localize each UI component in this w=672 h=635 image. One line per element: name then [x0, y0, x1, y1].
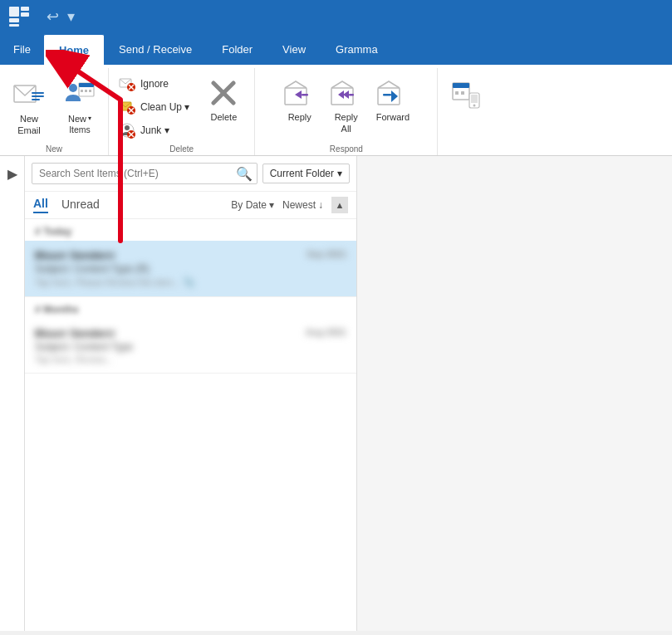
email-section-months: # Months — [25, 297, 356, 319]
new-email-button[interactable]: NewEmail — [7, 75, 52, 140]
delete-icon — [207, 76, 240, 110]
new-items-button[interactable]: New ▾ Items — [58, 75, 101, 139]
section-header-label: # Today — [35, 226, 71, 237]
folder-label: Current Folder — [270, 168, 334, 179]
scroll-up-button[interactable]: ▲ — [331, 197, 348, 213]
reply-all-label: Reply All — [335, 111, 358, 135]
menu-send-receive[interactable]: Send / Receive — [104, 33, 207, 65]
svg-point-14 — [69, 84, 77, 92]
nav-toggle-icon: ▶ — [7, 166, 17, 182]
svg-point-46 — [473, 105, 476, 107]
svg-rect-32 — [302, 94, 308, 96]
svg-rect-43 — [461, 91, 464, 95]
filter-tabs: All Unread By Date ▾ Newest ↓ ▲ — [25, 192, 356, 219]
quick-access-dropdown[interactable]: ▾ — [67, 7, 75, 26]
filter-unread-tab[interactable]: Unread — [61, 198, 100, 212]
title-bar: ↩ ▾ — [0, 0, 672, 33]
svg-rect-3 — [9, 18, 19, 22]
months-header-label: # Months — [35, 304, 79, 315]
menu-view[interactable]: View — [267, 33, 321, 65]
email-attachment-icon: 📎 — [183, 276, 195, 288]
forward-button[interactable]: Forward — [371, 75, 414, 126]
ribbon: NewEmail — [0, 65, 672, 156]
new-email-icon — [12, 78, 46, 111]
nav-toggle-button[interactable]: ▶ — [0, 156, 25, 631]
svg-rect-1 — [21, 7, 29, 11]
email-item[interactable]: Bluurr Senderrr Sep 2021 Subject: Conten… — [25, 241, 356, 297]
content-area: ▶ 🔍 Current Folder ▾ All Unread By Date … — [0, 156, 672, 631]
junk-button[interactable]: Junk ▾ — [115, 120, 193, 141]
email-section-today: # Today — [25, 219, 356, 241]
email-list: # Today Bluurr Senderrr Sep 2021 Subject… — [25, 219, 356, 631]
ribbon-group-delete: Ignore Clean Up ▾ — [109, 68, 255, 155]
search-bar: 🔍 Current Folder ▾ — [25, 156, 356, 192]
svg-rect-12 — [85, 90, 87, 92]
svg-rect-7 — [32, 95, 44, 97]
clean-up-icon — [119, 99, 135, 115]
filter-all-tab[interactable]: All — [33, 197, 48, 213]
junk-icon — [119, 122, 135, 139]
reply-icon — [283, 78, 316, 111]
svg-rect-6 — [32, 92, 44, 94]
quick-access-toolbar: ↩ ▾ — [47, 7, 75, 26]
delete-group-label: Delete — [169, 141, 194, 154]
reply-all-icon — [330, 78, 363, 111]
svg-rect-45 — [471, 95, 478, 103]
ribbon-group-new: NewEmail — [0, 68, 109, 155]
search-input-wrap: 🔍 — [32, 163, 258, 184]
menu-grammar[interactable]: Gramma — [321, 33, 393, 65]
new-group-label: New — [46, 141, 62, 154]
svg-rect-38 — [383, 94, 391, 96]
new-items-icon — [63, 78, 96, 111]
email-preview: Tap here, Please Review this item... 📎 — [35, 276, 346, 288]
forward-icon — [376, 78, 410, 111]
delete-small-buttons: Ignore Clean Up ▾ — [115, 73, 193, 141]
menu-file[interactable]: File — [0, 33, 44, 65]
svg-rect-8 — [32, 99, 40, 100]
email-sender-2: Bluurr Senderrr Aug 2021 — [35, 327, 346, 339]
svg-rect-10 — [79, 83, 94, 87]
email-subject-2: Subject: Content Type — [35, 341, 346, 353]
svg-point-24 — [125, 125, 130, 130]
app-icon — [7, 4, 32, 29]
folder-dropdown[interactable]: Current Folder ▾ — [262, 164, 350, 183]
svg-rect-42 — [455, 91, 459, 95]
ignore-button[interactable]: Ignore — [115, 73, 193, 95]
forward-label: Forward — [376, 111, 410, 123]
sort-by-date[interactable]: By Date ▾ — [231, 199, 274, 211]
reply-button[interactable]: Reply — [278, 75, 321, 126]
svg-rect-30 — [285, 88, 307, 105]
sort-newest[interactable]: Newest ↓ — [282, 199, 323, 211]
svg-rect-4 — [9, 24, 19, 27]
svg-rect-41 — [453, 83, 469, 88]
reply-label: Reply — [288, 111, 311, 123]
search-input[interactable] — [32, 163, 258, 184]
svg-rect-13 — [89, 90, 91, 92]
svg-rect-11 — [81, 90, 83, 92]
menu-folder[interactable]: Folder — [207, 33, 267, 65]
reply-all-button[interactable]: Reply All — [325, 75, 368, 139]
email-list-panel: 🔍 Current Folder ▾ All Unread By Date ▾ … — [25, 156, 357, 631]
email-subject: Subject: Content Type (R) — [35, 263, 346, 275]
undo-button[interactable]: ↩ — [47, 7, 59, 26]
email-preview-2: Tap here, Review... — [35, 354, 346, 364]
ignore-icon — [119, 76, 135, 92]
email-sender: Bluurr Senderrr Sep 2021 — [35, 249, 346, 261]
search-icon-button[interactable]: 🔍 — [236, 166, 253, 182]
new-email-label: NewEmail — [17, 113, 41, 137]
svg-rect-36 — [349, 94, 354, 96]
filter-sort-controls: By Date ▾ Newest ↓ ▲ — [231, 197, 348, 213]
svg-rect-2 — [21, 12, 29, 17]
extra-button[interactable] — [444, 75, 488, 115]
new-items-label: New ▾ — [68, 113, 91, 125]
delete-label: Delete — [210, 111, 237, 123]
clean-up-button[interactable]: Clean Up ▾ — [115, 96, 193, 118]
menu-home[interactable]: Home — [44, 33, 104, 65]
respond-group-label: Respond — [330, 141, 363, 154]
ribbon-group-respond: Reply Reply All — [255, 68, 438, 155]
delete-button[interactable]: Delete — [199, 73, 248, 126]
ribbon-group-extra — [438, 68, 494, 155]
svg-rect-0 — [9, 7, 19, 17]
email-item-2[interactable]: Bluurr Senderrr Aug 2021 Subject: Conten… — [25, 319, 356, 374]
menu-bar: File Home Send / Receive Folder View Gra… — [0, 33, 672, 65]
